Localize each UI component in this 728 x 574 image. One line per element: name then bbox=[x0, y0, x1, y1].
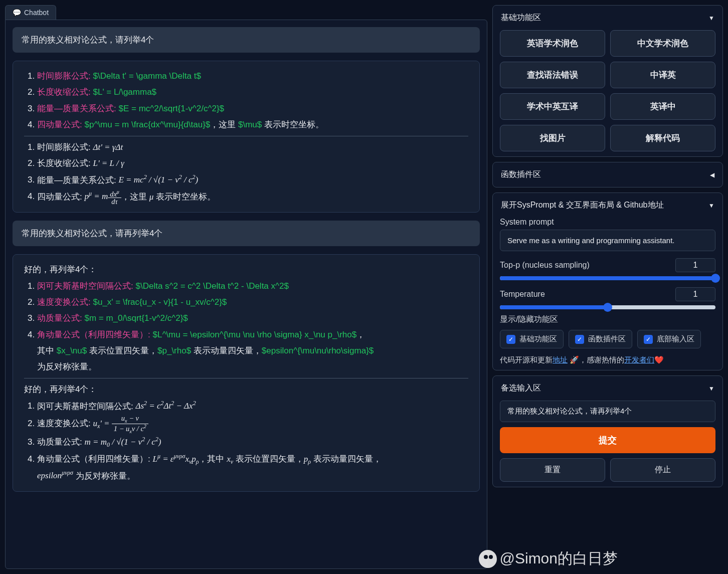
chevron-left-icon: ◀ bbox=[710, 171, 714, 178]
formula-2-name: 长度收缩公式: bbox=[37, 87, 91, 97]
func-academic-trans[interactable]: 学术中英互译 bbox=[500, 93, 605, 120]
user-message-2: 常用的狭义相对论公式，请再列举4个 bbox=[13, 221, 480, 246]
alt-input-title: 备选输入区 bbox=[501, 383, 541, 394]
func-explain-code[interactable]: 解释代码 bbox=[610, 125, 715, 151]
tab-label: Chatbot bbox=[24, 9, 49, 17]
plugins-section: 函数插件区 ◀ bbox=[492, 162, 723, 187]
bot-2-intro: 好的，再列举4个： bbox=[24, 262, 468, 278]
basic-functions-section: 基础功能区 ▼ 英语学术润色 中文学术润色 查找语法错误 中译英 学术中英互译 … bbox=[492, 5, 723, 157]
func-cn2en[interactable]: 中译英 bbox=[610, 62, 715, 88]
func-grammar[interactable]: 查找语法错误 bbox=[500, 62, 605, 88]
stop-button[interactable]: 停止 bbox=[610, 458, 715, 482]
checkbox-icon: ✓ bbox=[506, 335, 515, 344]
chevron-down-icon: ▼ bbox=[708, 15, 714, 22]
plugins-header[interactable]: 函数插件区 ◀ bbox=[500, 167, 715, 182]
formula-4-name: 四动量公式: bbox=[37, 120, 82, 129]
plugins-title: 函数插件区 bbox=[501, 169, 541, 180]
formula-1-name: 时间膨胀公式: bbox=[37, 71, 91, 81]
chat-body: 常用的狭义相对论公式，请列举4个 时间膨胀公式: $\Delta t' = \g… bbox=[5, 20, 487, 569]
system-prompt-label: System prompt bbox=[500, 218, 715, 227]
temperature-value[interactable]: 1 bbox=[675, 287, 715, 301]
reset-button[interactable]: 重置 bbox=[500, 458, 605, 482]
check-bottom-input[interactable]: ✓底部输入区 bbox=[637, 330, 701, 348]
topp-slider[interactable] bbox=[500, 276, 715, 280]
chevron-down-icon: ▼ bbox=[708, 385, 714, 392]
basic-functions-header[interactable]: 基础功能区 ▼ bbox=[500, 11, 715, 25]
temperature-label: Temperature bbox=[500, 290, 545, 299]
system-prompt-input[interactable] bbox=[500, 230, 715, 251]
submit-button[interactable]: 提交 bbox=[500, 427, 715, 453]
check-plugins[interactable]: ✓函数插件区 bbox=[569, 330, 632, 348]
formula-3-latex: $E = mc^2/\sqrt{1-v^2/c^2}$ bbox=[118, 104, 224, 113]
chevron-down-icon: ▼ bbox=[708, 202, 714, 209]
func-cn-polish[interactable]: 中文学术润色 bbox=[610, 30, 715, 57]
devs-link[interactable]: 开发者们 bbox=[624, 355, 654, 364]
toggle-areas-label: 显示/隐藏功能区 bbox=[500, 314, 715, 325]
footer-text: 代码开源和更新地址 🚀，感谢热情的开发者们❤️ bbox=[500, 355, 715, 365]
sysprompt-title: 展开SysPrompt & 交互界面布局 & Github地址 bbox=[501, 200, 664, 211]
bot-message-2: 好的，再列举4个： 闵可夫斯基时空间隔公式: $\Delta s^2 = c^2… bbox=[13, 254, 480, 491]
basic-functions-title: 基础功能区 bbox=[501, 13, 541, 23]
topp-value[interactable]: 1 bbox=[675, 258, 715, 272]
alt-input-field[interactable] bbox=[500, 401, 715, 422]
formula-1-latex: $\Delta t' = \gamma \Delta t$ bbox=[93, 71, 201, 81]
check-basic[interactable]: ✓基础功能区 bbox=[500, 330, 564, 348]
formula-2-latex: $L' = L/\gamma$ bbox=[93, 87, 156, 97]
bot-message-1: 时间膨胀公式: $\Delta t' = \gamma \Delta t$ 长度… bbox=[13, 61, 480, 213]
repo-link[interactable]: 地址 bbox=[553, 355, 568, 364]
chat-icon: 💬 bbox=[13, 9, 21, 17]
alt-input-section: 备选输入区 ▼ 提交 重置 停止 bbox=[492, 375, 723, 487]
user-message-1: 常用的狭义相对论公式，请列举4个 bbox=[13, 27, 480, 53]
checkbox-icon: ✓ bbox=[575, 335, 584, 344]
func-en-polish[interactable]: 英语学术润色 bbox=[500, 30, 605, 57]
func-find-image[interactable]: 找图片 bbox=[500, 125, 605, 151]
formula-4-latex: $p^\mu = m \frac{dx^\mu}{d\tau}$ bbox=[84, 120, 210, 129]
sysprompt-section: 展开SysPrompt & 交互界面布局 & Github地址 ▼ System… bbox=[492, 193, 723, 370]
func-en2cn[interactable]: 英译中 bbox=[610, 93, 715, 120]
checkbox-icon: ✓ bbox=[644, 335, 653, 344]
topp-label: Top-p (nucleus sampling) bbox=[500, 261, 590, 270]
chatbot-tab[interactable]: 💬 Chatbot bbox=[5, 5, 56, 20]
temperature-slider[interactable] bbox=[500, 305, 715, 309]
sysprompt-header[interactable]: 展开SysPrompt & 交互界面布局 & Github地址 ▼ bbox=[500, 198, 715, 213]
formula-3-name: 能量—质量关系公式: bbox=[37, 104, 116, 113]
alt-input-header[interactable]: 备选输入区 ▼ bbox=[500, 381, 715, 396]
